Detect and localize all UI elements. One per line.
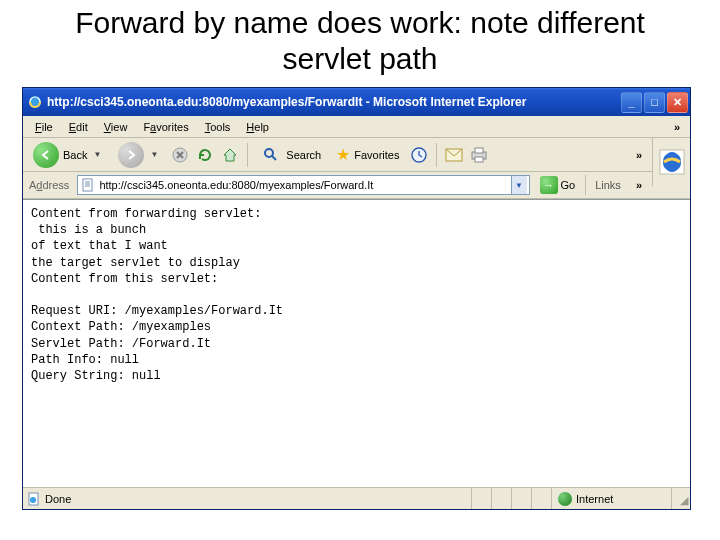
links-overflow-icon[interactable]: » (630, 179, 648, 191)
browser-window: http://csci345.oneonta.edu:8080/myexampl… (22, 87, 691, 510)
titlebar[interactable]: http://csci345.oneonta.edu:8080/myexampl… (23, 88, 690, 116)
svg-point-11 (30, 497, 36, 503)
status-bar: Done Internet ◢ (23, 487, 690, 509)
menubar: File Edit View Favorites Tools Help » (23, 116, 690, 138)
window-title: http://csci345.oneonta.edu:8080/myexampl… (47, 95, 621, 109)
stop-button[interactable] (169, 144, 191, 166)
menu-edit[interactable]: Edit (61, 119, 96, 135)
refresh-button[interactable] (194, 144, 216, 166)
resize-grip-icon[interactable]: ◢ (672, 488, 690, 509)
nav-forward-button: ▼ (112, 139, 166, 171)
zone-label: Internet (576, 493, 613, 505)
svg-rect-7 (475, 157, 483, 162)
go-arrow-icon: → (540, 176, 558, 194)
internet-zone-icon (558, 492, 572, 506)
home-button[interactable] (219, 144, 241, 166)
forward-arrow-icon (118, 142, 144, 168)
back-label: Back (63, 149, 87, 161)
favorites-label: Favorites (354, 149, 399, 161)
security-zone[interactable]: Internet (552, 488, 672, 509)
search-button[interactable]: Search (254, 141, 327, 169)
address-dropdown-icon[interactable]: ▼ (511, 176, 527, 194)
go-button[interactable]: → Go (536, 175, 580, 195)
svg-point-2 (265, 149, 273, 157)
search-icon (260, 144, 282, 166)
menubar-overflow-icon[interactable]: » (668, 121, 686, 133)
menu-view[interactable]: View (96, 119, 136, 135)
ie-throbber-icon (652, 138, 690, 186)
menu-help[interactable]: Help (238, 119, 277, 135)
status-text: Done (45, 493, 71, 505)
menu-favorites[interactable]: Favorites (135, 119, 196, 135)
svg-rect-6 (475, 148, 483, 153)
maximize-button[interactable]: □ (644, 92, 665, 113)
page-content: Content from forwarding servlet: this is… (23, 199, 690, 487)
close-button[interactable]: ✕ (667, 92, 688, 113)
back-arrow-icon (33, 142, 59, 168)
nav-back-button[interactable]: Back ▼ (27, 139, 109, 171)
ie-icon (27, 94, 43, 110)
toolbar-overflow-icon[interactable]: » (630, 149, 648, 161)
page-icon (80, 177, 96, 193)
status-page-icon (27, 492, 41, 506)
favorites-button[interactable]: ★ Favorites (330, 142, 405, 167)
menu-tools[interactable]: Tools (197, 119, 239, 135)
window-controls: _ □ ✕ (621, 92, 688, 113)
search-label: Search (286, 149, 321, 161)
star-icon: ★ (336, 145, 350, 164)
back-dropdown-icon[interactable]: ▼ (91, 150, 103, 159)
address-bar: Address ▼ → Go Links » (23, 172, 652, 198)
history-button[interactable] (408, 144, 430, 166)
slide-title: Forward by name does work: note differen… (0, 0, 720, 87)
svg-rect-8 (83, 179, 92, 191)
print-button[interactable] (468, 144, 490, 166)
address-label: Address (27, 179, 71, 191)
minimize-button[interactable]: _ (621, 92, 642, 113)
menu-file[interactable]: File (27, 119, 61, 135)
address-input[interactable] (99, 179, 510, 191)
go-label: Go (561, 179, 576, 191)
toolbar: Back ▼ ▼ (23, 138, 652, 172)
forward-dropdown-icon[interactable]: ▼ (148, 150, 160, 159)
mail-button[interactable] (443, 144, 465, 166)
links-label[interactable]: Links (592, 179, 624, 191)
address-field[interactable]: ▼ (77, 175, 529, 195)
